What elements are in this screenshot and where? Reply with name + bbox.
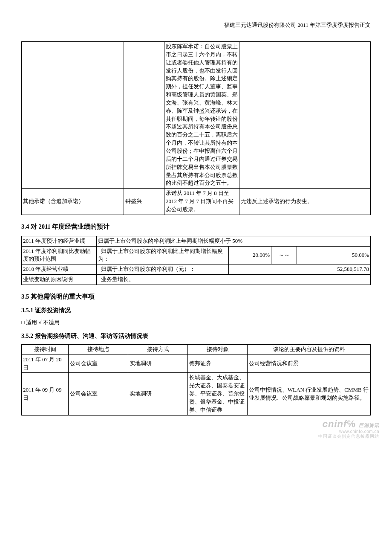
cell: 公司经营情况和前景: [248, 355, 371, 373]
cell: 公司中报情况、WLAN 行业发展趋势、CMMB 行业发展情况、公司战略愿景和规划…: [248, 373, 371, 415]
cell: 归属于上市公司股东的净利润（元）：: [97, 264, 229, 275]
cell: 长城基金、大成基金、光大证券、国泰君安证券、平安证券、普尔投资、银华基金、中投证…: [188, 373, 248, 415]
reception-table: 接待时间 接待地点 接待方式 接待对象 谈论的主要内容及提供的资料 2011 年…: [21, 344, 371, 416]
table-header-row: 接待时间 接待地点 接待方式 接待对象 谈论的主要内容及提供的资料: [22, 344, 371, 355]
cell-text: 归属于上市公司股东的净利润比上年同期增长幅度为：: [98, 248, 223, 262]
cell: 实地调研: [128, 373, 188, 415]
section-3-5-1-title: 3.5.1 证券投资情况: [21, 307, 371, 314]
cell: 50.00%: [297, 246, 371, 264]
cell: 德邦证券: [188, 355, 248, 373]
cell: 承诺从 2011 年 7 月 8 日至 2012 年 7 月 7 日期间不再买卖…: [164, 189, 239, 215]
page-header: 福建三元达通讯股份有限公司 2011 年第三季度季度报告正文: [21, 21, 371, 31]
table-row: 2011 年度净利润同比变动幅度的预计范围 归属于上市公司股东的净利润比上年同期…: [22, 246, 371, 264]
col-time: 接待时间: [22, 344, 69, 355]
col-method: 接待方式: [128, 344, 188, 355]
cell: 2011 年度预计的经营业绩: [22, 236, 97, 246]
cell: 公司会议室: [69, 355, 128, 373]
cell: 52,580,517.78: [229, 264, 371, 275]
col-place: 接待地点: [69, 344, 128, 355]
cell: 无违反上述承诺的行为发生。: [239, 189, 371, 215]
cell: 业务量增长。: [97, 275, 371, 285]
cell: 归属于上市公司股东的净利润比上年同期增长幅度小于 50%: [97, 236, 371, 246]
col-content: 谈论的主要内容及提供的资料: [248, 344, 371, 355]
table-row: 2010 年度经营业绩 归属于上市公司股东的净利润（元）： 52,580,517…: [22, 264, 371, 275]
section-3-4-title: 3.4 对 2011 年度经营业绩的预计: [21, 223, 371, 231]
cell: 20.00%: [229, 246, 271, 264]
cell: 股东陈军承诺：自公司股票上市之日起三十六个月内，不转让或者委托他人管理其持有的发…: [164, 42, 239, 189]
section-3-5-title: 3.5 其他需说明的重大事项: [21, 293, 371, 301]
cell: 2011 年 09 月 09 日: [22, 373, 69, 415]
watermark-brand: cninf: [323, 418, 347, 429]
cell: [239, 42, 371, 189]
cell: 钟盛兴: [124, 189, 164, 215]
cell-text: 业务量增长。: [101, 276, 134, 282]
table-row: 股东陈军承诺：自公司股票上市之日起三十六个月内，不转让或者委托他人管理其持有的发…: [22, 42, 371, 189]
applicable-checkbox: □ 适用 √ 不适用: [21, 319, 371, 326]
watermark-cn: 中国证监会指定信息披露网站: [318, 434, 379, 439]
forecast-table: 2011 年度预计的经营业绩 归属于上市公司股东的净利润比上年同期增长幅度小于 …: [21, 236, 371, 285]
cell: 2010 年度经营业绩: [22, 264, 97, 275]
cell: 实地调研: [128, 355, 188, 373]
section-3-5-2-title: 3.5.2 报告期接待调研、沟通、采访等活动情况表: [21, 332, 371, 340]
commitment-table: 股东陈军承诺：自公司股票上市之日起三十六个月内，不转让或者委托他人管理其持有的发…: [21, 41, 371, 215]
cell: 2011 年度净利润同比变动幅度的预计范围: [22, 246, 97, 264]
table-row: 业绩变动的原因说明 业务量增长。: [22, 275, 371, 285]
cell: ～～: [271, 246, 297, 264]
cell: [22, 42, 124, 189]
cell: 归属于上市公司股东的净利润比上年同期增长幅度为：: [97, 246, 229, 264]
cell: [124, 42, 164, 189]
table-row: 2011 年 09 月 09 日 公司会议室 实地调研 长城基金、大成基金、光大…: [22, 373, 371, 415]
col-target: 接待对象: [188, 344, 248, 355]
cell: 公司会议室: [69, 373, 128, 415]
table-row: 2011 年 07 月 20 日 公司会议室 实地调研 德邦证券 公司经营情况和…: [22, 355, 371, 373]
table-row: 其他承诺（含追加承诺） 钟盛兴 承诺从 2011 年 7 月 8 日至 2012…: [22, 189, 371, 215]
table-row: 2011 年度预计的经营业绩 归属于上市公司股东的净利润比上年同期增长幅度小于 …: [22, 236, 371, 246]
cell: 业绩变动的原因说明: [22, 275, 97, 285]
cell: 2011 年 07 月 20 日: [22, 355, 69, 373]
document-page: 福建三元达通讯股份有限公司 2011 年第三季度季度报告正文 股东陈军承诺：自公…: [0, 0, 392, 441]
cell: 其他承诺（含追加承诺）: [22, 189, 124, 215]
watermark-zh: 巨潮资讯: [359, 423, 379, 428]
cell-text: 归属于上市公司股东的净利润（元）：: [101, 266, 195, 272]
watermark-url: www.cninfo.com.cn: [318, 429, 379, 434]
watermark: cninf℅ 巨潮资讯 www.cninfo.com.cn 中国证监会指定信息披…: [318, 419, 379, 439]
